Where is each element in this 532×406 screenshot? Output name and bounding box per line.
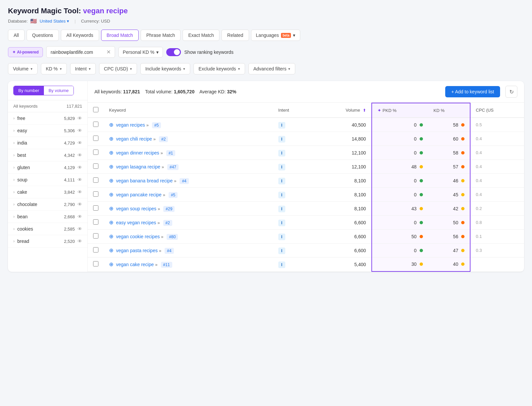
kd-select[interactable]: Personal KD % ▾ (118, 47, 163, 57)
row-checkbox-cell (88, 118, 104, 132)
tab-all[interactable]: All (8, 30, 25, 41)
row-checkbox[interactable] (93, 150, 98, 155)
row-checkbox-cell (88, 230, 104, 244)
eye-icon[interactable]: 👁 (77, 226, 82, 232)
sidebar: By number By volume All keywords 117,821… (8, 81, 88, 272)
eye-icon[interactable]: 👁 (77, 177, 82, 182)
pkd-dot (420, 207, 423, 210)
kd-cell: 40 (428, 257, 470, 271)
table-row: ⊕ vegan chili recipe » #2 I 14,800 0 60 … (88, 132, 524, 146)
tab-all-keywords[interactable]: All Keywords (61, 30, 99, 41)
row-checkbox-cell (88, 160, 104, 174)
refresh-button[interactable]: ↻ (505, 86, 517, 98)
tab-phrase-match[interactable]: Phrase Match (141, 30, 181, 41)
volume-cell: 40,500 (313, 118, 372, 132)
eye-icon[interactable]: 👁 (77, 128, 82, 133)
eye-icon[interactable]: 👁 (77, 214, 82, 219)
eye-icon[interactable]: 👁 (77, 189, 82, 195)
volume-column-header: Volume ⬆ (313, 103, 372, 118)
chevron-down-icon: ▾ (89, 67, 91, 71)
eye-icon[interactable]: 👁 (77, 152, 82, 158)
exclude-filter[interactable]: Exclude keywords ▾ (194, 63, 245, 74)
eye-icon[interactable]: 👁 (77, 165, 82, 170)
row-checkbox[interactable] (93, 219, 98, 225)
keyword-arrow: » (163, 192, 165, 197)
sidebar-item[interactable]: › soup 4,111 👁 (8, 174, 87, 186)
keyword-link[interactable]: vegan cookie recipes (116, 234, 160, 239)
clear-domain-button[interactable]: ✕ (106, 49, 111, 55)
row-checkbox-cell (88, 188, 104, 202)
sidebar-item[interactable]: › bread 2,520 👁 (8, 235, 87, 248)
select-all-checkbox[interactable] (93, 107, 98, 112)
keyword-link[interactable]: vegan soup recipes (116, 206, 156, 211)
stats-text: All keywords: 117,821 Total volume: 1,60… (94, 89, 236, 94)
kd-cell: 42 (428, 202, 470, 216)
advanced-filters-button[interactable]: Advanced filters ▾ (248, 63, 296, 74)
sidebar-subheader: All keywords 117,821 (8, 100, 87, 112)
keyword-link[interactable]: vegan pasta recipes (116, 248, 158, 253)
kd-dot (461, 262, 465, 266)
eye-icon[interactable]: 👁 (77, 116, 82, 121)
keyword-cell: ⊕ vegan dinner recipes » #1 (104, 146, 273, 160)
keyword-link[interactable]: easy vegan recipes (116, 220, 156, 225)
kd-dot (461, 235, 465, 238)
row-checkbox-cell (88, 132, 104, 146)
tab-questions[interactable]: Questions (27, 30, 59, 41)
sidebar-item[interactable]: › chocolate 2,790 👁 (8, 198, 87, 211)
sidebar-item[interactable]: › bean 2,668 👁 (8, 211, 87, 223)
row-checkbox[interactable] (93, 122, 98, 127)
keyword-link[interactable]: vegan recipes (116, 122, 145, 128)
add-to-keyword-list-button[interactable]: + Add to keyword list (445, 86, 500, 97)
keyword-link[interactable]: vegan lasagna recipe (116, 164, 160, 169)
row-checkbox[interactable] (93, 247, 98, 253)
pkd-dot (420, 262, 423, 266)
table-row: ⊕ easy vegan recipes » #2 I 6,600 0 50 0… (88, 216, 524, 230)
eye-icon[interactable]: 👁 (77, 239, 82, 244)
show-ranking-toggle[interactable] (166, 48, 181, 56)
row-checkbox[interactable] (93, 205, 98, 211)
pkd-dot (420, 137, 423, 141)
keyword-cell: ⊕ vegan pasta recipes » #4 (104, 244, 273, 257)
tab-broad-match[interactable]: Broad Match (101, 30, 139, 41)
tab-related[interactable]: Related (221, 30, 249, 41)
include-filter[interactable]: Include keywords ▾ (140, 63, 190, 74)
tab-exact-match[interactable]: Exact Match (183, 30, 219, 41)
kd-cell: 58 (428, 118, 470, 132)
eye-icon[interactable]: 👁 (77, 202, 82, 207)
sidebar-item[interactable]: › easy 5,306 👁 (8, 125, 87, 137)
row-checkbox[interactable] (93, 163, 98, 169)
keyword-link[interactable]: vegan banana bread recipe (116, 178, 173, 183)
kd-filter[interactable]: KD % ▾ (41, 63, 67, 74)
row-checkbox[interactable] (93, 261, 98, 266)
cpc-cell: 0.1 (470, 230, 524, 244)
row-checkbox[interactable] (93, 136, 98, 141)
country-select[interactable]: United States ▾ (40, 19, 69, 24)
tab-languages[interactable]: Languages beta ▾ (251, 30, 301, 41)
rank-badge: #5 (152, 122, 161, 128)
by-number-button[interactable]: By number (14, 86, 44, 95)
pkd-cell: 0 (372, 216, 428, 230)
plus-icon: ⊕ (109, 192, 113, 197)
eye-icon[interactable]: 👁 (77, 140, 82, 146)
sidebar-item[interactable]: › india 4,729 👁 (8, 137, 87, 149)
chevron-down-icon: ▾ (288, 67, 290, 71)
row-checkbox[interactable] (93, 233, 98, 239)
sidebar-item[interactable]: › free 5,829 👁 (8, 112, 87, 125)
row-checkbox[interactable] (93, 191, 98, 197)
keyword-link[interactable]: vegan pancake recipe (116, 192, 162, 197)
sidebar-item[interactable]: › cookies 2,585 👁 (8, 223, 87, 235)
volume-filter[interactable]: Volume ▾ (8, 63, 38, 74)
by-volume-button[interactable]: By volume (44, 86, 73, 95)
sidebar-item[interactable]: › gluten 4,129 👁 (8, 161, 87, 174)
keyword-link[interactable]: vegan dinner recipes (116, 150, 159, 155)
intent-filter[interactable]: Intent ▾ (70, 63, 96, 74)
sidebar-item[interactable]: › cake 3,842 👁 (8, 186, 87, 198)
row-checkbox[interactable] (93, 177, 98, 183)
keyword-link[interactable]: vegan chili recipe (116, 136, 152, 142)
volume-cell: 12,100 (313, 146, 372, 160)
domain-input[interactable] (51, 50, 104, 55)
cpc-filter[interactable]: CPC (USD) ▾ (99, 63, 137, 74)
sidebar-item[interactable]: › best 4,342 👁 (8, 149, 87, 161)
table-row: ⊕ vegan pancake recipe » #5 I 8,100 0 45… (88, 188, 524, 202)
keyword-link[interactable]: vegan cake recipe (116, 262, 154, 267)
